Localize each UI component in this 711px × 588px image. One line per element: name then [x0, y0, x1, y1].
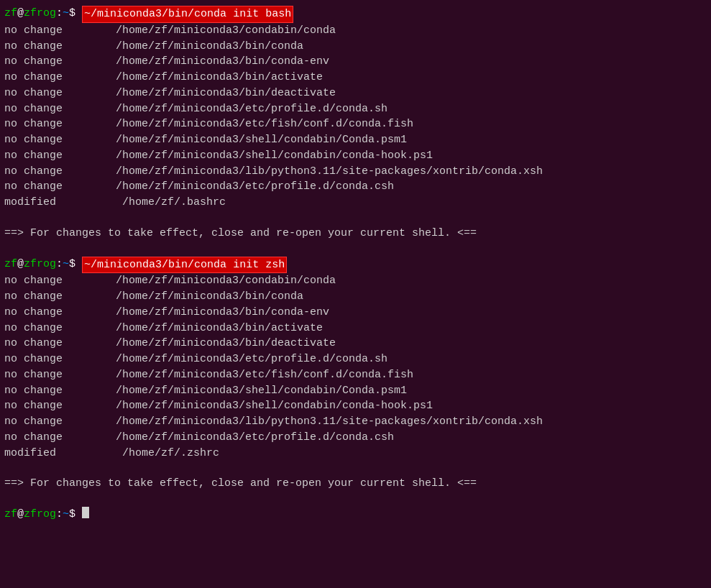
command-1: ~/miniconda3/bin/conda init bash — [82, 6, 293, 23]
prompt-colon-final: : — [56, 507, 63, 523]
output-line-zsh-8: no change /home/zf/miniconda3/shell/cond… — [4, 383, 707, 399]
terminal[interactable]: zf@zfrog:~$ ~/miniconda3/bin/conda init … — [0, 0, 711, 588]
output-line-bash-8: no change /home/zf/miniconda3/shell/cond… — [4, 132, 707, 148]
prompt-line-final: zf@zfrog:~$ — [4, 507, 707, 523]
output-line-zsh-2: no change /home/zf/miniconda3/bin/conda — [4, 289, 707, 305]
prompt-colon-1: : — [56, 6, 63, 23]
prompt-dollar-final: $ — [69, 507, 82, 523]
prompt-at-2: @ — [17, 257, 24, 274]
prompt-colon-2: : — [56, 257, 63, 274]
empty-2 — [4, 242, 707, 257]
output-line-bash-7: no change /home/zf/miniconda3/etc/fish/c… — [4, 116, 707, 132]
output-line-zsh-6: no change /home/zf/miniconda3/etc/profil… — [4, 352, 707, 367]
prompt-tilde-2: ~ — [63, 257, 69, 274]
output-line-bash-12: modified /home/zf/.bashrc — [4, 195, 707, 211]
output-line-bash-9: no change /home/zf/miniconda3/shell/cond… — [4, 148, 707, 164]
output-line-zsh-4: no change /home/zf/miniconda3/bin/activa… — [4, 321, 707, 336]
empty-3 — [4, 461, 707, 476]
output-line-bash-2: no change /home/zf/miniconda3/bin/conda — [4, 39, 707, 55]
empty-4 — [4, 492, 707, 507]
output-line-zsh-10: no change /home/zf/miniconda3/lib/python… — [4, 414, 707, 430]
output-line-zsh-12: modified /home/zf/.zshrc — [4, 446, 707, 461]
output-line-zsh-9: no change /home/zf/miniconda3/shell/cond… — [4, 398, 707, 414]
output-line-zsh-11: no change /home/zf/miniconda3/etc/profil… — [4, 430, 707, 446]
prompt-tilde-1: ~ — [63, 6, 69, 23]
output-line-zsh-3: no change /home/zf/miniconda3/bin/conda-… — [4, 305, 707, 321]
prompt-line-1: zf@zfrog:~$ ~/miniconda3/bin/conda init … — [4, 6, 707, 23]
prompt-line-2: zf@zfrog:~$ ~/miniconda3/bin/conda init … — [4, 257, 707, 274]
prompt-user-1: zf — [4, 6, 17, 23]
output-line-bash-1: no change /home/zf/miniconda3/condabin/c… — [4, 23, 707, 39]
empty-1 — [4, 211, 707, 226]
output-line-zsh-7: no change /home/zf/miniconda3/etc/fish/c… — [4, 367, 707, 383]
prompt-user-final: zf — [4, 507, 17, 523]
prompt-at-1: @ — [17, 6, 24, 23]
prompt-user-2: zf — [4, 257, 17, 274]
prompt-host-1: zfrog — [24, 6, 56, 23]
output-line-bash-4: no change /home/zf/miniconda3/bin/activa… — [4, 70, 707, 86]
message-zsh: ==> For changes to take effect, close an… — [4, 476, 707, 492]
output-line-bash-6: no change /home/zf/miniconda3/etc/profil… — [4, 101, 707, 117]
output-line-zsh-5: no change /home/zf/miniconda3/bin/deacti… — [4, 336, 707, 352]
output-line-bash-5: no change /home/zf/miniconda3/bin/deacti… — [4, 86, 707, 101]
prompt-host-final: zfrog — [24, 507, 56, 523]
prompt-at-final: @ — [17, 507, 24, 523]
output-line-bash-10: no change /home/zf/miniconda3/lib/python… — [4, 164, 707, 180]
command-2: ~/miniconda3/bin/conda init zsh — [82, 257, 287, 274]
message-bash: ==> For changes to take effect, close an… — [4, 226, 707, 242]
prompt-tilde-final: ~ — [63, 507, 69, 523]
output-line-zsh-1: no change /home/zf/miniconda3/condabin/c… — [4, 273, 707, 289]
prompt-host-2: zfrog — [24, 257, 56, 274]
prompt-dollar-1: $ — [69, 6, 82, 23]
output-line-bash-11: no change /home/zf/miniconda3/etc/profil… — [4, 179, 707, 195]
output-line-bash-3: no change /home/zf/miniconda3/bin/conda-… — [4, 54, 707, 70]
cursor — [82, 507, 89, 518]
prompt-dollar-2: $ — [69, 257, 82, 274]
